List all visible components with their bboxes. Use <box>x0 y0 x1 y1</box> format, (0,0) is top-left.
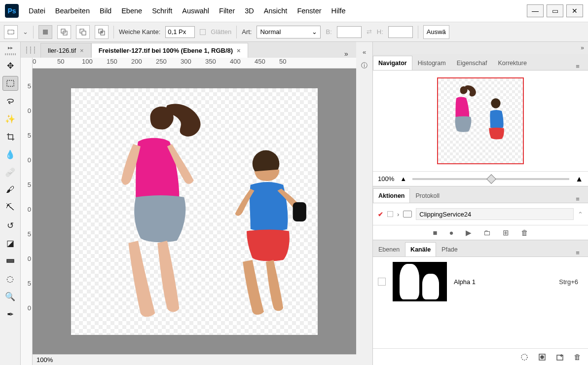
panel-tab-history[interactable]: Protokoll <box>410 188 445 203</box>
close-button[interactable]: ✕ <box>566 4 583 17</box>
zoom-out-icon[interactable]: ▲ <box>400 175 406 182</box>
gradient-tool[interactable] <box>2 254 18 268</box>
svg-point-16 <box>541 356 544 359</box>
panel-tab-actions[interactable]: Aktionen <box>373 188 410 203</box>
selection-subtract-button[interactable] <box>76 25 90 39</box>
navigator-thumbnail[interactable] <box>437 77 524 164</box>
magic-wand-tool[interactable]: ✨ <box>2 111 18 126</box>
document-tab[interactable]: Freisteller-127.tif bei 100% (Ebene 1, R… <box>91 43 248 58</box>
menu-item[interactable]: Fenster <box>297 7 321 15</box>
new-channel-icon[interactable] <box>556 353 564 361</box>
dodge-tool[interactable]: 🔍 <box>2 289 18 304</box>
menu-item[interactable]: 3D <box>245 7 254 15</box>
info-panel-icon[interactable]: ⓘ <box>359 60 370 72</box>
menu-item[interactable]: Bild <box>100 7 111 15</box>
action-set-row[interactable]: ✔ › ClippingService24 ⌃ <box>378 207 583 221</box>
panel-menu-icon[interactable]: ≡ <box>570 249 585 256</box>
move-tool[interactable]: ✥ <box>2 58 18 73</box>
panel-tab-properties[interactable]: Eigenschaf <box>451 56 493 70</box>
folder-icon <box>403 211 412 218</box>
antialias-checkbox[interactable] <box>200 29 206 35</box>
style-select[interactable]: Normal⌄ <box>257 26 321 38</box>
chevron-down-icon[interactable]: ⌄ <box>23 28 28 36</box>
svg-rect-10 <box>7 259 14 262</box>
delete-channel-icon[interactable]: 🗑 <box>574 353 581 361</box>
document-canvas[interactable] <box>33 69 356 354</box>
menu-item[interactable]: Ansicht <box>264 7 288 15</box>
menu-item[interactable]: Datei <box>29 7 45 15</box>
lasso-tool[interactable] <box>2 94 18 109</box>
menu-item[interactable]: Auswahl <box>182 7 209 15</box>
action-set-name[interactable]: ClippingService24 <box>416 208 574 220</box>
document-tab[interactable]: ller-126.tif× <box>40 43 91 58</box>
panel-menu-icon[interactable]: ≡ <box>570 63 585 70</box>
scroll-up-icon[interactable]: ⌃ <box>578 211 583 218</box>
brush-tool[interactable]: 🖌 <box>2 182 18 197</box>
zoom-slider[interactable] <box>412 178 569 180</box>
load-selection-icon[interactable] <box>520 353 528 361</box>
height-input <box>388 26 413 38</box>
zoom-level[interactable]: 100% <box>37 356 53 364</box>
eyedropper-tool[interactable]: 💧 <box>2 147 18 162</box>
expand-panels-icon[interactable]: » <box>373 42 588 54</box>
clone-stamp-tool[interactable]: ⛏ <box>2 200 18 215</box>
menu-item[interactable]: Filter <box>219 7 235 15</box>
selection-intersect-button[interactable] <box>95 25 109 39</box>
stop-button[interactable]: ■ <box>433 228 437 237</box>
expand-icon[interactable]: › <box>397 211 399 218</box>
navigator-zoom-value[interactable]: 100% <box>378 175 394 182</box>
panel-tab-adjustments[interactable]: Korrekture <box>492 56 532 70</box>
marquee-tool-preset[interactable] <box>4 25 18 39</box>
zoom-in-icon[interactable]: ▲ <box>575 175 583 183</box>
horizontal-ruler: 05010015020025030035040045050 <box>33 58 356 69</box>
panel-menu-icon[interactable]: ≡ <box>570 195 585 203</box>
menu-item[interactable]: Schrift <box>152 7 172 15</box>
feather-input[interactable] <box>165 26 195 38</box>
visibility-toggle[interactable] <box>378 278 386 286</box>
panel-tab-layers[interactable]: Ebenen <box>373 242 405 256</box>
select-and-mask-button[interactable]: Auswä <box>423 25 449 39</box>
action-enabled-icon[interactable]: ✔ <box>378 211 383 218</box>
play-button[interactable]: ▶ <box>466 228 472 237</box>
maximize-button[interactable]: ▭ <box>547 4 563 17</box>
more-tabs-icon[interactable]: » <box>341 50 356 58</box>
grip-icon[interactable]: ┊┊┊ <box>21 42 40 58</box>
pen-tool[interactable]: ✒ <box>2 307 18 322</box>
feather-label: Weiche Kante: <box>119 28 160 36</box>
panel-tab-navigator[interactable]: Navigator <box>373 56 412 70</box>
panel-tab-paths[interactable]: Pfade <box>436 242 463 256</box>
action-dialog-toggle[interactable] <box>387 211 393 217</box>
crop-tool[interactable] <box>2 129 18 144</box>
menu-item[interactable]: Ebene <box>121 7 142 15</box>
close-tab-icon[interactable]: × <box>80 47 84 54</box>
selection-add-button[interactable] <box>57 25 71 39</box>
close-tab-icon[interactable]: × <box>237 47 241 54</box>
panel-tab-histogram[interactable]: Histogram <box>412 56 451 70</box>
trash-button[interactable]: 🗑 <box>521 228 528 237</box>
svg-point-14 <box>521 354 527 360</box>
svg-rect-8 <box>101 31 103 33</box>
blur-tool[interactable]: ◌ <box>2 271 18 286</box>
panel-tab-channels[interactable]: Kanäle <box>405 242 436 256</box>
grip-icon[interactable] <box>5 53 16 55</box>
status-bar: 100% <box>33 354 356 365</box>
minimize-button[interactable]: — <box>527 4 544 17</box>
main-menu: Datei Bearbeiten Bild Ebene Schrift Ausw… <box>29 7 527 15</box>
history-brush-tool[interactable]: ↺ <box>2 218 18 233</box>
new-action-button[interactable]: ⊞ <box>503 228 509 237</box>
save-selection-icon[interactable] <box>538 353 546 361</box>
new-set-button[interactable]: 🗀 <box>483 228 491 237</box>
svg-rect-1 <box>43 30 48 35</box>
selection-new-button[interactable] <box>38 25 52 39</box>
collapse-icon[interactable]: « <box>359 46 370 58</box>
marquee-tool[interactable] <box>2 76 18 91</box>
menu-item[interactable]: Bearbeiten <box>55 7 90 15</box>
healing-brush-tool[interactable]: 🩹 <box>2 165 18 180</box>
collapse-icon[interactable]: ▸▸ <box>8 45 13 50</box>
app-logo: Ps <box>5 4 19 18</box>
eraser-tool[interactable]: ◪ <box>2 236 18 251</box>
record-button[interactable]: ● <box>449 228 454 237</box>
channel-name: Alpha 1 <box>454 278 476 286</box>
channel-row[interactable]: Alpha 1 Strg+6 <box>378 262 583 301</box>
menu-item[interactable]: Hilfe <box>331 7 346 15</box>
